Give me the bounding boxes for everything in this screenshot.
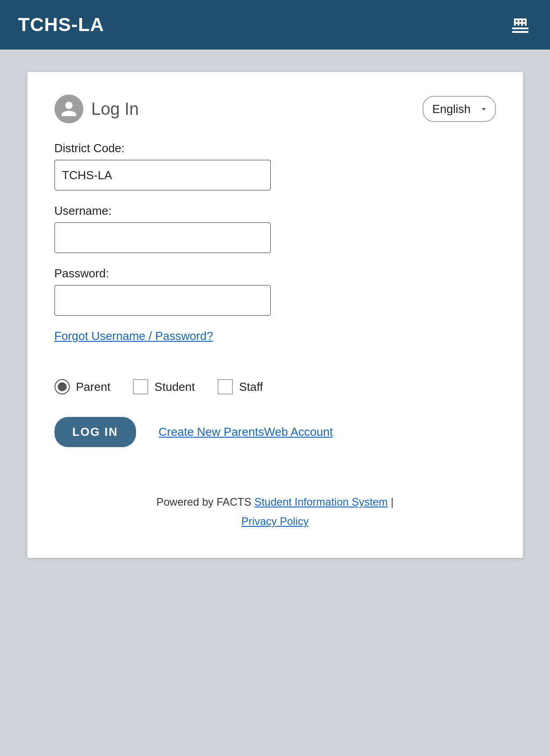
privacy-policy-link[interactable]: Privacy Policy [241,515,309,527]
staff-role-option[interactable]: Staff [218,379,263,394]
app-title: TCHS-LA [18,14,104,36]
create-account-link[interactable]: Create New ParentsWeb Account [159,425,333,439]
password-label: Password: [55,267,496,281]
card-footer: Powered by FACTS Student Information Sys… [55,483,496,531]
login-button[interactable]: LOG IN [55,417,136,447]
app-header: TCHS-LA [0,0,550,50]
student-role-option[interactable]: Student [133,379,195,394]
footer-separator: | [388,496,394,508]
district-code-label: District Code: [55,141,496,155]
main-content: Log In English Spanish French District C… [0,50,550,580]
username-group: Username: [55,204,496,253]
language-dropdown[interactable]: English Spanish French [423,96,496,122]
username-label: Username: [55,204,496,218]
staff-checkbox[interactable] [218,379,233,394]
staff-label: Staff [239,380,263,394]
card-header: Log In English Spanish French [55,95,496,123]
password-group: Password: [55,267,496,316]
building-icon [509,13,532,36]
user-avatar-icon [55,95,83,123]
parent-role-option[interactable]: Parent [55,379,111,394]
password-input[interactable] [55,285,271,316]
login-card: Log In English Spanish French District C… [27,72,523,558]
district-code-group: District Code: [55,141,496,190]
district-code-input[interactable] [55,160,271,190]
student-label: Student [155,380,195,394]
login-title: Log In [91,100,139,119]
action-row: LOG IN Create New ParentsWeb Account [55,417,496,447]
footer-text: Powered by FACTS Student Information Sys… [55,492,496,531]
student-checkbox[interactable] [133,379,148,394]
sis-link[interactable]: Student Information System [255,496,388,508]
login-title-group: Log In [55,95,139,123]
parent-label: Parent [76,380,111,394]
username-input[interactable] [55,222,271,253]
parent-radio[interactable] [55,379,70,394]
forgot-credentials-link[interactable]: Forgot Username / Password? [55,329,214,343]
powered-by-text: Powered by FACTS [156,496,254,508]
role-selection-group: Parent Student Staff [55,379,496,394]
